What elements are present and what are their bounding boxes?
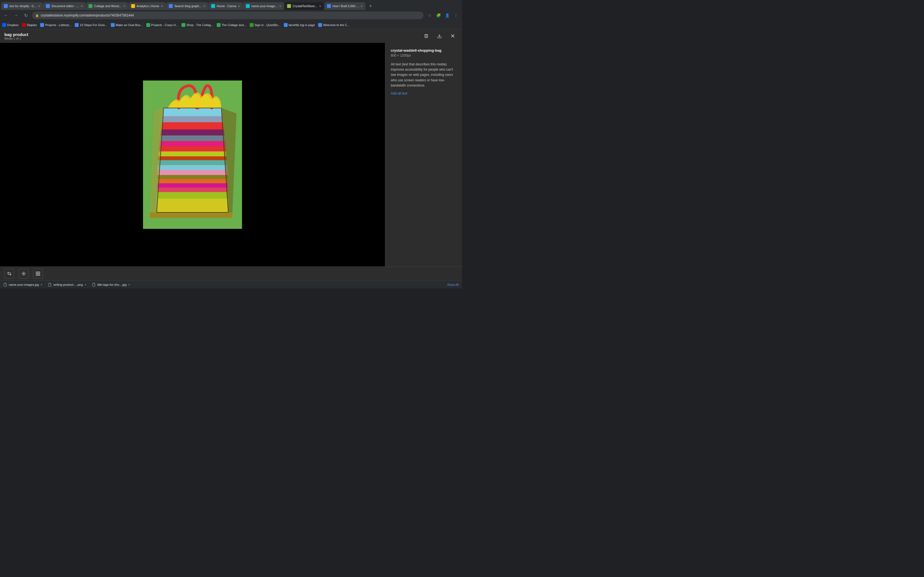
tab-label: name-your-image... — [251, 5, 278, 8]
bookmark-label: benefits log in page — [289, 23, 315, 27]
add-alt-text-link[interactable]: Add alt text — [391, 92, 407, 95]
tab-close-button[interactable]: ✕ — [123, 5, 125, 8]
bookmark-benefits-login[interactable]: benefits log in page — [284, 23, 315, 27]
bookmark-label: Welcome to the C... — [323, 23, 349, 27]
svg-marker-3 — [163, 108, 222, 116]
tab-document-editor[interactable]: Document editor - ... ✕ — [43, 2, 86, 10]
svg-rect-28 — [36, 272, 37, 273]
tab-label: Collage and Wood... — [94, 5, 121, 8]
product-image — [143, 81, 242, 229]
tab-close-button[interactable]: ✕ — [360, 5, 363, 8]
tab-canva-home[interactable]: Home - Canva ✕ — [208, 2, 243, 10]
tab-favicon — [327, 4, 331, 8]
tab-favicon — [211, 4, 215, 8]
bookmark-projects-crazy[interactable]: Projects - Crazy H... — [146, 23, 178, 27]
address-text: crystalteststore.myshopify.com/admin/pro… — [41, 13, 134, 17]
bookmark-oval-box[interactable]: Make an Oval Box... — [111, 23, 143, 27]
toolbar-icons: ☆ 🧩 👤 ⋮ — [426, 11, 460, 19]
download-chevron-2[interactable]: ∧ — [84, 283, 86, 286]
bookmark-star-icon[interactable]: ☆ — [426, 11, 433, 19]
viewer-subtitle: Media 1 of 1 — [5, 37, 417, 40]
bookmark-staples[interactable]: Staples — [22, 23, 37, 27]
tab-favicon — [46, 4, 50, 8]
bookmark-10-steps[interactable]: 10 Steps For Givin... — [75, 23, 107, 27]
lock-icon: 🔒 — [35, 14, 39, 17]
download-file-icon-3 — [92, 283, 96, 287]
tab-label: Home - Canva — [217, 5, 236, 8]
tab-search-blog[interactable]: Search blog graph... ✕ — [166, 2, 208, 10]
svg-rect-30 — [36, 274, 37, 275]
bookmark-favicon — [146, 23, 150, 27]
svg-marker-17 — [157, 183, 228, 188]
bookmark-favicon — [40, 23, 44, 27]
bookmark-label: Staples — [27, 23, 37, 27]
tabs-bar: seo for shopify - C... ✕ Document editor… — [0, 0, 462, 10]
bookmark-quickbooks[interactable]: Sign in - QuickBo... — [250, 23, 281, 27]
downloads-bar: name-your-images.jpg ∧ writing-product-.… — [0, 280, 462, 288]
download-item-2[interactable]: writing-product-....png ∧ — [48, 283, 86, 287]
download-item-3[interactable]: title-tags-for-sho....jpg ∧ — [92, 283, 130, 287]
bookmarks-bar: Dropbox Staples Projects - Letterpr... 1… — [0, 21, 462, 29]
svg-rect-31 — [39, 274, 40, 275]
tab-label: Analytics | Home — [137, 5, 159, 8]
bookmark-label: Projects - Crazy H... — [151, 23, 178, 27]
tab-close-button[interactable]: ✕ — [38, 5, 40, 8]
download-chevron-3[interactable]: ∧ — [128, 283, 130, 286]
download-chevron-1[interactable]: ∧ — [40, 283, 42, 286]
svg-marker-8 — [159, 141, 226, 147]
bookmark-dropbox[interactable]: Dropbox — [2, 23, 19, 27]
tab-close-button[interactable]: ✕ — [81, 5, 83, 8]
bookmark-label: The Collage and... — [222, 23, 246, 27]
grid-icon — [36, 271, 40, 276]
extension-icon[interactable]: 🧩 — [435, 11, 442, 19]
image-area — [0, 43, 385, 266]
address-bar-row: ← → ↻ 🔒 crystalteststore.myshopify.com/a… — [0, 10, 462, 21]
download-button[interactable] — [435, 31, 444, 41]
svg-marker-6 — [160, 129, 225, 135]
viewer-body: crystal-waddell-shopping-bag 800 × 1200p… — [0, 43, 462, 266]
tab-analytics-home[interactable]: Analytics | Home ✕ — [128, 2, 166, 10]
bookmark-welcome[interactable]: Welcome to the C... — [318, 23, 349, 27]
tab-label: Document editor - ... — [52, 5, 79, 8]
tab-favicon — [89, 4, 92, 8]
crop-tool-button[interactable] — [5, 269, 14, 279]
profile-icon[interactable]: 👤 — [443, 11, 451, 19]
reload-button[interactable]: ↻ — [22, 11, 30, 19]
tab-close-button[interactable]: ✕ — [279, 5, 281, 8]
tab-close-button[interactable]: ✕ — [203, 5, 205, 8]
back-button[interactable]: ← — [2, 11, 10, 19]
tab-seo-shopify[interactable]: seo for shopify - C... ✕ — [1, 2, 43, 10]
viewer-title-area: bag product Media 1 of 1 — [5, 32, 417, 40]
bookmark-collage-and[interactable]: The Collage and... — [217, 23, 246, 27]
tab-crystal-test-store[interactable]: CrystalTestStore... ✕ — [284, 2, 324, 10]
download-item-1[interactable]: name-your-images.jpg ∧ — [3, 283, 42, 287]
menu-icon[interactable]: ⋮ — [452, 11, 460, 19]
bookmark-projects-letterpress[interactable]: Projects - Letterpr... — [40, 23, 71, 27]
tab-name-your-image[interactable]: name-your-image... ✕ — [243, 2, 284, 10]
tab-close-button[interactable]: ✕ — [319, 5, 321, 8]
tab-close-button[interactable]: ✕ — [161, 5, 163, 8]
grid-tool-button[interactable] — [33, 269, 43, 279]
bookmark-label: Sign in - QuickBo... — [255, 23, 281, 27]
svg-marker-23 — [150, 213, 233, 218]
new-tab-button[interactable]: + — [367, 2, 375, 10]
tab-collage-wood[interactable]: Collage and Wood... ✕ — [86, 2, 128, 10]
forward-button[interactable]: → — [12, 11, 20, 19]
svg-marker-5 — [161, 122, 224, 129]
tab-favicon — [287, 4, 291, 8]
svg-marker-16 — [157, 179, 228, 183]
download-filename-1: name-your-images.jpg — [9, 283, 39, 286]
show-all-button[interactable]: Show All — [447, 283, 459, 286]
svg-marker-18 — [157, 188, 228, 192]
svg-rect-29 — [39, 272, 40, 273]
delete-button[interactable] — [421, 31, 431, 41]
tab-favicon — [169, 4, 173, 8]
tab-how-i-built[interactable]: How I Built 5,660 ... ✕ — [324, 2, 365, 10]
bookmark-favicon — [22, 23, 26, 27]
focal-point-tool-button[interactable] — [19, 269, 29, 279]
address-box[interactable]: 🔒 crystalteststore.myshopify.com/admin/p… — [32, 11, 423, 19]
viewer-title: bag product — [5, 32, 417, 37]
close-button[interactable]: ✕ — [448, 31, 457, 41]
tab-close-button[interactable]: ✕ — [238, 5, 240, 8]
bookmark-shop-collage[interactable]: Shop - The Collag... — [181, 23, 213, 27]
